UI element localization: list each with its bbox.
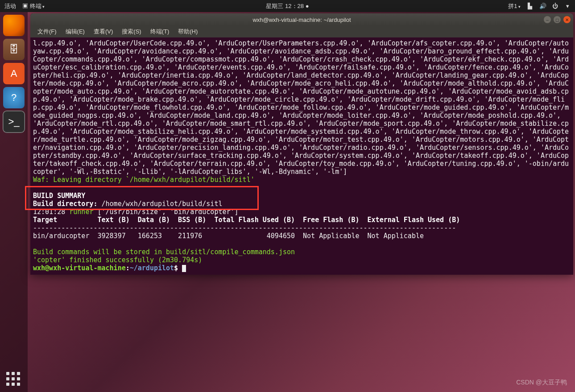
volume-icon[interactable]: 🔊 <box>539 3 546 9</box>
build-directory-path: /home/wxh/ardupilot/build/sitl <box>102 200 223 208</box>
menu-terminal[interactable]: 终端(T) <box>147 27 173 37</box>
runner-args: ['/usr/bin/size', 'bin/arducopter'] <box>93 208 238 216</box>
build-commands-line: Build commands will be stored in build/s… <box>33 248 295 256</box>
build-table-row: bin/arducopter 3928397 166253 211976 409… <box>33 232 424 240</box>
app-menu[interactable]: ▣ 终端 <box>22 2 45 10</box>
terminal-menubar: 文件(F) 编辑(E) 查看(V) 搜索(S) 终端(T) 帮助(H) <box>30 26 573 37</box>
finished-line: 'copter' finished successfully (2m30.794… <box>33 256 202 264</box>
launcher-dock: 🗄 A ? >_ <box>0 12 28 392</box>
launcher-help[interactable]: ? <box>3 87 25 108</box>
launcher-terminal[interactable]: >_ <box>3 111 25 132</box>
launcher-files[interactable]: 🗄 <box>3 39 25 60</box>
prompt-end: $ <box>174 264 182 272</box>
prompt-sep: : <box>126 264 130 272</box>
menu-file[interactable]: 文件(F) <box>34 27 60 37</box>
watermark: CSDN @大豆子鸭 <box>516 379 567 387</box>
menu-search[interactable]: 搜索(S) <box>118 27 145 37</box>
menu-edit[interactable]: 编辑(E) <box>62 27 88 37</box>
network-icon[interactable]: ▙ <box>527 3 533 9</box>
show-applications-button[interactable] <box>6 372 20 386</box>
runner-time: 12:01:28 <box>33 208 69 216</box>
menu-view[interactable]: 查看(V) <box>90 27 116 37</box>
build-summary-title: BUILD SUMMARY <box>33 192 85 200</box>
compile-objects-list: l.cpp.49.o', 'ArduCopter/UserCode.cpp.49… <box>33 39 569 176</box>
power-icon[interactable]: ⏻ <box>552 3 558 9</box>
input-method-indicator[interactable]: 拼1 <box>508 2 521 10</box>
window-titlebar[interactable]: wxh@wxh-virtual-machine: ~/ardupilot – ◻… <box>30 13 573 26</box>
build-directory-label: Build directory: <box>33 200 102 208</box>
window-close-button[interactable]: ✕ <box>563 16 571 23</box>
build-table-header: Target Text (B) Data (B) BSS (B) Total F… <box>33 216 460 224</box>
runner-word: runner <box>69 208 93 216</box>
launcher-firefox[interactable] <box>3 15 25 36</box>
terminal-window: wxh@wxh-virtual-machine: ~/ardupilot – ◻… <box>30 13 573 275</box>
activities-button[interactable]: 活动 <box>4 2 16 10</box>
menu-help[interactable]: 帮助(H) <box>174 27 201 37</box>
prompt-user: wxh@wxh-virtual-machine <box>33 264 126 272</box>
top-panel: 活动 ▣ 终端 星期三 12：28 ● 拼1 ▙ 🔊 ⏻ ▾ <box>0 0 575 12</box>
build-table-divider: ----------------------------------------… <box>33 224 456 232</box>
window-maximize-button[interactable]: ◻ <box>554 16 561 23</box>
system-menu-chevron[interactable]: ▾ <box>564 3 571 9</box>
clock[interactable]: 星期三 12：28 ● <box>266 2 309 10</box>
window-minimize-button[interactable]: – <box>544 16 551 23</box>
waf-leaving-line: Waf: Leaving directory `/home/wxh/ardupi… <box>33 176 255 184</box>
launcher-software[interactable]: A <box>3 63 25 84</box>
window-title: wxh@wxh-virtual-machine: ~/ardupilot <box>252 17 351 23</box>
terminal-cursor <box>182 265 186 272</box>
terminal-output[interactable]: l.cpp.49.o', 'ArduCopter/UserCode.cpp.49… <box>30 37 573 275</box>
prompt-path: ~/ardupilot <box>130 264 174 272</box>
